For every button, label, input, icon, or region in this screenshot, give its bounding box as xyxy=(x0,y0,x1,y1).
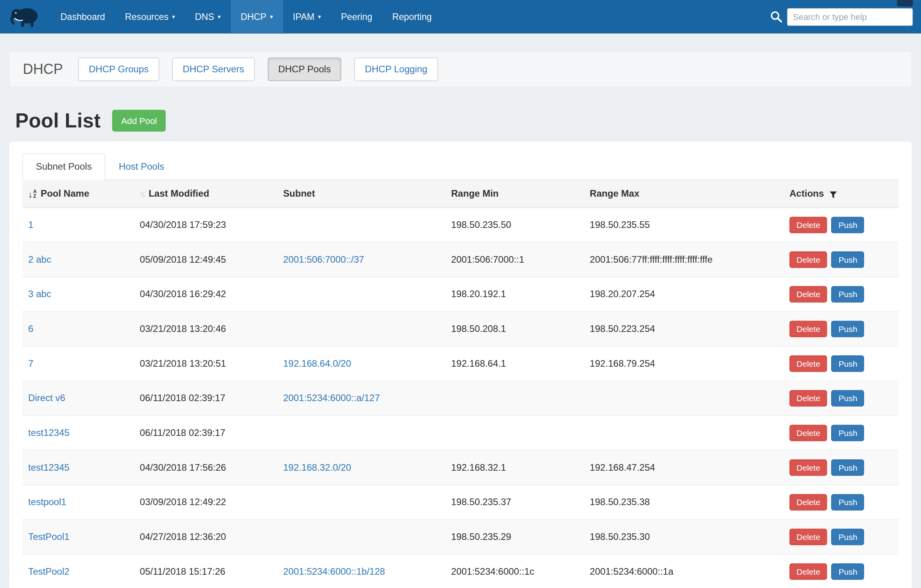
delete-button[interactable]: Delete xyxy=(789,563,827,580)
push-button[interactable]: Push xyxy=(831,425,864,441)
pool-name-link[interactable]: 2 abc xyxy=(28,255,51,265)
caret-down-icon: ▾ xyxy=(172,14,175,20)
nav-item-dhcp[interactable]: DHCP▾ xyxy=(231,0,283,34)
pool-name-cell: 1 xyxy=(22,208,134,243)
delete-button[interactable]: Delete xyxy=(789,459,827,476)
tab-host-pools[interactable]: Host Pools xyxy=(105,153,177,180)
column-header-actions[interactable]: Actions xyxy=(783,180,899,208)
push-button[interactable]: Push xyxy=(831,252,864,268)
delete-button[interactable]: Delete xyxy=(789,355,827,372)
search-input[interactable] xyxy=(787,8,913,25)
push-button[interactable]: Push xyxy=(831,529,864,545)
subnav-button-dhcp-groups[interactable]: DHCP Groups xyxy=(78,57,159,81)
table-row: 2 abc05/09/2018 12:49:452001:506:7000::/… xyxy=(22,242,899,277)
actions-cell: DeletePush xyxy=(783,520,899,554)
last-modified-cell: 06/11/2018 02:39:17 xyxy=(134,416,278,450)
table-row: 703/21/2018 13:20:51192.168.64.0/20192.1… xyxy=(22,346,899,381)
push-button[interactable]: Push xyxy=(831,321,864,337)
subnav-button-dhcp-pools[interactable]: DHCP Pools xyxy=(268,57,342,81)
delete-button[interactable]: Delete xyxy=(789,494,827,511)
nav-item-ipam[interactable]: IPAM▾ xyxy=(283,0,331,34)
pool-name-link[interactable]: test12345 xyxy=(28,463,70,473)
subnet-link[interactable]: 2001:5234:6000::1b/128 xyxy=(283,566,385,577)
mammoth-logo-icon xyxy=(9,4,40,29)
push-button[interactable]: Push xyxy=(831,217,864,233)
pool-name-link[interactable]: test12345 xyxy=(28,428,70,438)
range-min-cell: 198.50.235.50 xyxy=(445,208,584,243)
push-button[interactable]: Push xyxy=(831,494,864,511)
push-button[interactable]: Push xyxy=(831,286,864,303)
logo[interactable] xyxy=(9,0,40,34)
pool-name-link[interactable]: 1 xyxy=(28,220,33,230)
pool-name-link[interactable]: Direct v6 xyxy=(28,393,65,403)
delete-button[interactable]: Delete xyxy=(789,425,827,441)
nav-item-dns[interactable]: DNS▾ xyxy=(185,0,231,34)
last-modified-cell: 04/30/2018 17:56:26 xyxy=(134,450,278,485)
last-modified-cell: 04/30/2018 17:59:23 xyxy=(134,208,278,243)
table-row: Direct v606/11/2018 02:39:172001:5234:60… xyxy=(22,381,899,416)
last-modified-cell: 04/30/2018 16:29:42 xyxy=(134,277,278,312)
pool-name-link[interactable]: 6 xyxy=(28,324,33,334)
actions-cell: DeletePush xyxy=(783,312,899,347)
pool-name-link[interactable]: TestPool2 xyxy=(28,566,70,577)
subnet-link[interactable]: 192.168.32.0/20 xyxy=(283,463,351,473)
range-max-cell: 192.168.47.254 xyxy=(584,450,784,485)
nav-item-resources[interactable]: Resources▾ xyxy=(115,0,185,34)
range-max-cell: 198.50.235.38 xyxy=(584,485,784,520)
range-min-cell: 198.50.208.1 xyxy=(445,312,584,347)
subnet-link[interactable]: 2001:506:7000::/37 xyxy=(283,255,364,265)
navbar: DashboardResources▾DNS▾DHCP▾IPAM▾Peering… xyxy=(0,0,921,34)
subnet-cell xyxy=(277,485,445,520)
column-header-subnet: Subnet xyxy=(277,180,445,208)
pool-name-cell: test12345 xyxy=(22,450,134,485)
push-button[interactable]: Push xyxy=(831,563,864,580)
column-header-pool-name[interactable]: ↓AZPool Name xyxy=(22,180,134,208)
pool-name-cell: TestPool2 xyxy=(22,554,134,588)
delete-button[interactable]: Delete xyxy=(789,286,827,303)
nav-item-reporting[interactable]: Reporting xyxy=(382,0,442,34)
pool-name-link[interactable]: testpool1 xyxy=(28,497,66,507)
delete-button[interactable]: Delete xyxy=(789,252,827,268)
push-button[interactable]: Push xyxy=(831,390,864,407)
subnav-button-dhcp-servers[interactable]: DHCP Servers xyxy=(172,57,254,81)
actions-cell: DeletePush xyxy=(783,554,899,588)
delete-button[interactable]: Delete xyxy=(789,217,827,233)
search-icon[interactable] xyxy=(769,10,783,24)
column-label: Subnet xyxy=(283,189,315,199)
range-max-cell xyxy=(584,381,784,416)
sort-icon: ↑↓ xyxy=(140,190,144,199)
push-button[interactable]: Push xyxy=(831,355,864,372)
last-modified-cell: 06/11/2018 02:39:17 xyxy=(134,381,278,416)
actions-cell: DeletePush xyxy=(783,346,899,381)
delete-button[interactable]: Delete xyxy=(789,529,827,545)
table-row: test1234504/30/2018 17:56:26192.168.32.0… xyxy=(22,450,899,485)
pool-list-card: Subnet PoolsHost Pools ↓AZPool Name↑↓Las… xyxy=(9,142,912,588)
dhcp-subnav: DHCP DHCP GroupsDHCP ServersDHCP PoolsDH… xyxy=(9,52,912,87)
pool-table: ↓AZPool Name↑↓Last ModifiedSubnetRange M… xyxy=(22,180,899,588)
top-right-artifact xyxy=(897,0,913,7)
subnet-cell xyxy=(277,520,445,554)
subnet-link[interactable]: 2001:5234:6000::a/127 xyxy=(283,393,380,403)
subnet-link[interactable]: 192.168.64.0/20 xyxy=(283,359,351,369)
subnav-title: DHCP xyxy=(23,61,63,77)
actions-cell: DeletePush xyxy=(783,450,899,485)
column-header-last-modified[interactable]: ↑↓Last Modified xyxy=(134,180,278,208)
subnet-cell: 2001:506:7000::/37 xyxy=(277,242,445,277)
nav-item-peering[interactable]: Peering xyxy=(331,0,382,34)
pool-name-link[interactable]: 3 abc xyxy=(28,289,51,299)
column-label: Range Max xyxy=(590,189,640,199)
range-max-cell xyxy=(584,416,784,450)
range-min-cell xyxy=(445,416,584,450)
nav-item-dashboard[interactable]: Dashboard xyxy=(50,0,115,34)
pool-name-link[interactable]: TestPool1 xyxy=(28,532,70,542)
delete-button[interactable]: Delete xyxy=(789,321,827,337)
delete-button[interactable]: Delete xyxy=(789,390,827,407)
page-title: Pool List xyxy=(15,109,100,132)
push-button[interactable]: Push xyxy=(831,459,864,476)
range-min-cell xyxy=(445,381,584,416)
tab-subnet-pools[interactable]: Subnet Pools xyxy=(22,153,105,180)
pool-name-link[interactable]: 7 xyxy=(28,359,33,369)
range-max-cell: 198.50.235.55 xyxy=(584,208,784,243)
subnav-button-dhcp-logging[interactable]: DHCP Logging xyxy=(354,57,438,81)
add-pool-button[interactable]: Add Pool xyxy=(113,110,166,132)
